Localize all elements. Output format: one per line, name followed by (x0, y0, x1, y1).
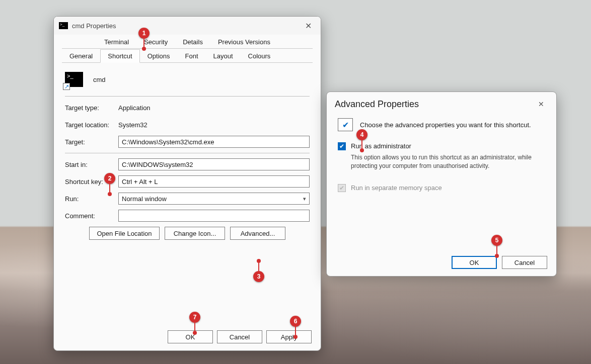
tab-options[interactable]: Options (140, 49, 178, 63)
tab-font[interactable]: Font (177, 49, 205, 63)
advanced-hint-row: ✔ Choose the advanced properties you wan… (338, 118, 545, 131)
run-select[interactable]: Normal window ▾ (118, 193, 310, 205)
cmd-icon (59, 22, 68, 29)
separate-memory-label: Run in separate memory space (351, 184, 442, 192)
window-title: cmd Properties (72, 22, 116, 30)
annotation-marker-4: 4 (356, 129, 367, 140)
shortcut-key-input[interactable] (118, 175, 310, 188)
tab-details[interactable]: Details (175, 35, 210, 49)
comment-label: Comment: (65, 212, 118, 220)
tab-general[interactable]: General (62, 49, 100, 63)
start-in-label: Start in: (65, 161, 118, 168)
run-select-value: Normal window (122, 195, 167, 203)
comment-input[interactable] (118, 210, 310, 222)
tab-colours[interactable]: Colours (241, 49, 278, 63)
apply-button[interactable]: Apply (266, 330, 312, 343)
annotation-marker-5: 5 (491, 235, 502, 246)
advanced-hint-text: Choose the advanced properties you want … (360, 121, 531, 129)
tab-previous-versions[interactable]: Previous Versions (210, 35, 278, 49)
annotation-marker-6: 6 (290, 316, 301, 327)
separator (65, 96, 310, 97)
item-name: cmd (93, 76, 106, 83)
annotation-marker-1: 1 (138, 28, 150, 39)
separator (65, 153, 310, 153)
cancel-button[interactable]: Cancel (217, 330, 262, 343)
close-icon[interactable]: ✕ (301, 19, 316, 33)
run-as-admin-checkbox[interactable]: ✔ (338, 142, 346, 150)
title-bar[interactable]: cmd Properties ✕ (54, 17, 321, 35)
annotation-marker-2: 2 (104, 173, 115, 184)
tab-shortcut[interactable]: Shortcut (100, 49, 139, 63)
run-as-admin-description: This option allows you to run this short… (351, 153, 532, 171)
target-location-value: System32 (118, 121, 147, 129)
shortcut-tab-content: ↗ cmd Target type: Application Target lo… (54, 63, 321, 247)
shortcut-arrow-overlay-icon: ↗ (63, 83, 70, 90)
advanced-title: Advanced Properties (335, 99, 419, 110)
ok-button[interactable]: OK (168, 330, 213, 343)
annotation-marker-3: 3 (253, 271, 264, 282)
tabs: Terminal Security Details Previous Versi… (62, 35, 313, 63)
target-label: Target: (65, 138, 118, 146)
target-type-value: Application (118, 104, 151, 112)
cmd-properties-dialog: cmd Properties ✕ Terminal Security Detai… (53, 16, 321, 351)
tab-terminal[interactable]: Terminal (97, 35, 136, 49)
separate-memory-checkbox: ✔ (338, 184, 346, 192)
separate-memory-option: ✔ Run in separate memory space (338, 184, 545, 192)
shield-check-icon: ✔ (338, 118, 353, 131)
advanced-properties-dialog: Advanced Properties ✕ ✔ Choose the advan… (326, 92, 557, 277)
close-icon[interactable]: ✕ (534, 98, 548, 110)
tab-layout[interactable]: Layout (206, 49, 241, 63)
shortcut-file-icon: ↗ (65, 72, 83, 87)
open-file-location-button[interactable]: Open File Location (89, 227, 160, 240)
target-type-label: Target type: (65, 104, 118, 112)
target-input[interactable] (118, 136, 310, 148)
chevron-down-icon: ▾ (303, 196, 306, 202)
advanced-button[interactable]: Advanced... (230, 227, 285, 240)
change-icon-button[interactable]: Change Icon... (165, 227, 225, 240)
target-location-label: Target location: (65, 121, 118, 129)
advanced-ok-button[interactable]: OK (452, 256, 497, 269)
start-in-input[interactable] (118, 158, 310, 170)
run-as-admin-option[interactable]: ✔ Run as administrator (338, 142, 545, 150)
annotation-marker-7: 7 (189, 312, 200, 323)
advanced-cancel-button[interactable]: Cancel (502, 256, 547, 269)
